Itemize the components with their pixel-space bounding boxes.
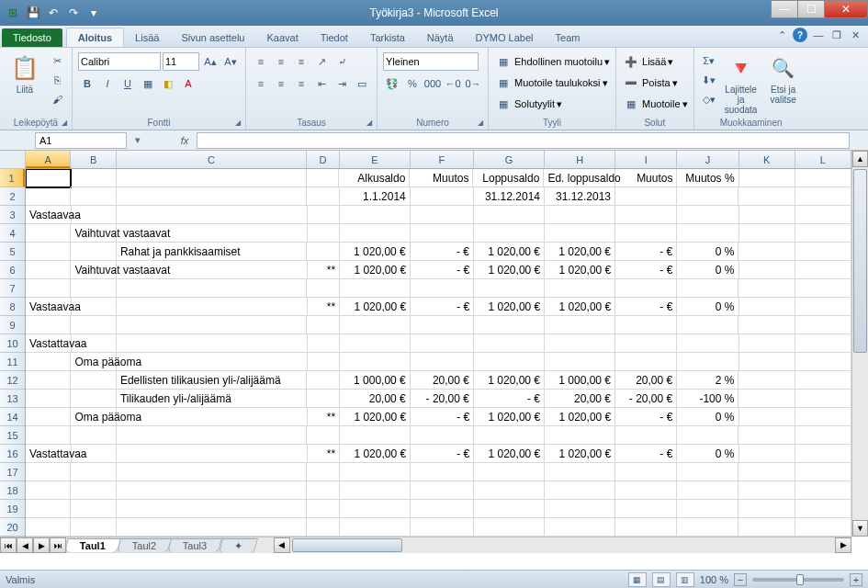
cell-E2[interactable]: 1.1.2014 (340, 187, 411, 206)
cell-I8[interactable]: - € (615, 298, 677, 316)
sheet-tab-Taul3[interactable]: Taul3 (167, 538, 222, 552)
cell-J11[interactable] (677, 353, 738, 371)
cell-E13[interactable]: 20,00 € (340, 390, 411, 408)
clipboard-launcher-icon[interactable]: ◢ (59, 117, 70, 128)
save-icon[interactable]: 💾 (24, 4, 42, 22)
cell-E4[interactable] (340, 224, 411, 243)
cell-G8[interactable]: 1 020,00 € (474, 298, 545, 316)
fill-icon[interactable]: ⬇▾ (700, 71, 718, 89)
cell-G7[interactable] (474, 279, 545, 298)
cell-L15[interactable] (795, 426, 851, 445)
percent-icon[interactable]: % (403, 74, 422, 93)
cell-L10[interactable] (795, 334, 851, 353)
cell-K11[interactable] (739, 353, 795, 371)
align-top-icon[interactable]: ≡ (252, 52, 270, 71)
increase-decimal-icon[interactable]: ←0 (444, 74, 462, 93)
column-header-H[interactable]: H (545, 151, 615, 168)
cell-E9[interactable] (340, 316, 411, 334)
cell-C16[interactable] (117, 445, 307, 463)
column-header-F[interactable]: F (411, 151, 474, 168)
vscroll-thumb[interactable] (853, 169, 867, 353)
column-header-G[interactable]: G (474, 151, 545, 168)
scroll-left-icon[interactable]: ◀ (274, 537, 290, 553)
cell-D11[interactable] (308, 353, 341, 371)
zoom-slider[interactable] (752, 578, 844, 582)
copy-icon[interactable]: ⎘ (48, 71, 66, 89)
cell-A18[interactable] (26, 481, 71, 500)
cell-B11[interactable]: Oma pääoma (71, 353, 117, 371)
cell-D7[interactable] (307, 279, 340, 298)
comma-icon[interactable]: 000 (423, 74, 442, 93)
scroll-right-icon[interactable]: ▶ (835, 537, 851, 553)
cell-A13[interactable] (26, 390, 71, 408)
cell-F14[interactable]: - € (411, 408, 474, 426)
cell-G1[interactable]: Loppusaldo (473, 169, 544, 187)
cell-H18[interactable] (545, 481, 615, 500)
cell-D1[interactable] (307, 169, 340, 187)
cell-A2[interactable] (26, 187, 71, 206)
cell-K9[interactable] (738, 316, 795, 334)
cell-B15[interactable] (71, 426, 116, 445)
cell-K2[interactable] (738, 187, 795, 206)
redo-icon[interactable]: ↷ (64, 4, 83, 22)
column-header-A[interactable]: A (26, 151, 71, 168)
row-header-11[interactable]: 11 (0, 353, 25, 371)
cell-K3[interactable] (739, 206, 795, 224)
cell-J15[interactable] (677, 426, 738, 445)
cell-A3[interactable]: Vastaavaa (26, 206, 72, 224)
cell-A11[interactable] (26, 353, 71, 371)
cell-K8[interactable] (739, 298, 795, 316)
align-right-icon[interactable]: ≡ (292, 74, 310, 93)
cell-G2[interactable]: 31.12.2014 (474, 187, 545, 206)
tab-file[interactable]: Tiedosto (2, 28, 62, 47)
row-header-17[interactable]: 17 (0, 463, 25, 481)
cell-F7[interactable] (411, 279, 474, 298)
cell-D15[interactable] (307, 426, 340, 445)
cell-H14[interactable]: 1 020,00 € (545, 408, 615, 426)
cell-B8[interactable] (72, 298, 117, 316)
scroll-up-icon[interactable]: ▲ (852, 151, 868, 167)
cell-F11[interactable] (411, 353, 474, 371)
cell-J2[interactable] (677, 187, 738, 206)
cell-H20[interactable] (545, 518, 615, 537)
cell-H16[interactable]: 1 020,00 € (545, 445, 615, 463)
cell-H4[interactable] (545, 224, 615, 243)
tab-dymo[interactable]: DYMO Label (465, 28, 545, 47)
cell-F2[interactable] (411, 187, 474, 206)
cell-G20[interactable] (474, 518, 545, 537)
cell-B18[interactable] (71, 481, 116, 500)
cell-K6[interactable] (739, 261, 795, 279)
cell-B1[interactable] (71, 169, 116, 187)
cell-G10[interactable] (474, 334, 545, 353)
font-name-select[interactable] (78, 52, 161, 71)
cell-F1[interactable]: Muutos (410, 169, 473, 187)
cell-K12[interactable] (738, 371, 795, 390)
row-header-20[interactable]: 20 (0, 518, 25, 537)
cell-J18[interactable] (677, 481, 738, 500)
cell-G13[interactable]: - € (474, 390, 545, 408)
cut-icon[interactable]: ✂ (48, 51, 66, 70)
cell-D13[interactable] (307, 390, 340, 408)
column-header-K[interactable]: K (739, 151, 795, 168)
cell-A19[interactable] (26, 500, 71, 518)
cell-B13[interactable] (71, 390, 116, 408)
cell-K10[interactable] (739, 334, 795, 353)
fx-button[interactable]: fx (173, 135, 197, 146)
cell-J10[interactable] (677, 334, 738, 353)
cell-G18[interactable] (474, 481, 545, 500)
cell-C7[interactable] (117, 279, 307, 298)
column-header-L[interactable]: L (795, 151, 851, 168)
cell-L16[interactable] (795, 445, 851, 463)
cell-J17[interactable] (677, 463, 738, 481)
cell-B20[interactable] (71, 518, 116, 537)
cell-A9[interactable] (26, 316, 71, 334)
row-header-18[interactable]: 18 (0, 481, 25, 500)
cell-D6[interactable]: ** (308, 261, 341, 279)
cell-H8[interactable]: 1 020,00 € (545, 298, 615, 316)
format-as-table-button[interactable]: ▦Muotoile taulukoksi▾ (494, 73, 608, 93)
cell-I19[interactable] (615, 500, 677, 518)
tab-formulas[interactable]: Kaavat (255, 28, 309, 47)
cell-L9[interactable] (795, 316, 851, 334)
cell-L4[interactable] (795, 224, 851, 243)
cell-K1[interactable] (739, 169, 795, 187)
